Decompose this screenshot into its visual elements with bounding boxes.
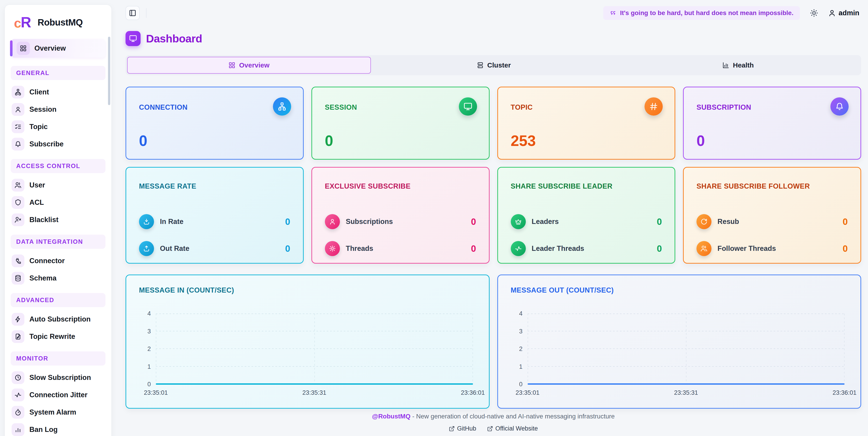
stat-cards-row: CONNECTION 0 SESSION 0 TOPIC 253 SUBSCRI… <box>126 87 861 159</box>
tab-cluster[interactable]: Cluster <box>372 57 615 74</box>
metric-row: Subscriptions 0 <box>325 214 476 229</box>
timer-icon <box>11 406 24 419</box>
network-icon <box>11 86 24 98</box>
metric-row: In Rate 0 <box>139 214 290 229</box>
x-tick: 23:35:01 <box>516 389 539 396</box>
users-icon <box>11 179 24 192</box>
layout-grid-icon <box>228 62 235 69</box>
file-pen-icon <box>11 330 24 343</box>
sidebar-item-auto-subscription[interactable]: Auto Subscription <box>11 313 105 326</box>
sidebar-item-system-alarm[interactable]: System Alarm <box>11 406 105 419</box>
metric-cards-row: MESSAGE RATE In Rate 0 Out Rate 0 EXCLUS… <box>126 167 861 264</box>
sidebar-item-label: Overview <box>34 44 66 53</box>
metric-row: Threads 0 <box>325 241 476 256</box>
chart-column-icon <box>722 62 729 69</box>
app-logo: c R RobustMQ <box>11 12 105 30</box>
series-line-message-out <box>528 383 845 385</box>
page-header: Dashboard <box>126 31 861 46</box>
sidebar-item-connector[interactable]: Connector <box>11 254 105 267</box>
layout-grid-icon <box>17 42 30 55</box>
stat-card-connection: CONNECTION 0 <box>126 87 304 159</box>
metric-card-share-subscribe-follower: SHARE SUBSCRIBE FOLLOWER Resub 0 Followe… <box>683 167 861 264</box>
stat-card-subscription: SUBSCRIPTION 0 <box>683 87 861 159</box>
sidebar-item-blacklist[interactable]: Blacklist <box>11 213 105 227</box>
stat-card-session: SESSION 0 <box>311 87 490 159</box>
panel-left-icon <box>129 9 136 17</box>
x-tick: 23:35:01 <box>144 389 168 396</box>
list-checks-icon <box>11 120 24 133</box>
sidebar-item-user[interactable]: User <box>11 179 105 192</box>
tab-overview[interactable]: Overview <box>127 57 371 74</box>
users-icon <box>696 241 712 256</box>
sidebar-scrollbar[interactable] <box>108 37 110 105</box>
sidebar-item-connection-jitter[interactable]: Connection Jitter <box>11 388 105 402</box>
sun-icon <box>810 9 818 17</box>
bell-icon <box>11 138 24 150</box>
upload-icon <box>139 241 154 256</box>
x-tick: 23:35:31 <box>302 389 326 396</box>
stat-value: 0 <box>325 132 333 149</box>
stat-value: 0 <box>139 132 147 149</box>
user-icon <box>325 214 340 229</box>
robustmq-logo-icon: c R <box>14 15 33 30</box>
external-link-icon <box>487 426 493 432</box>
y-tick: 4 <box>519 310 522 317</box>
metric-row: Leaders 0 <box>511 214 662 229</box>
topbar: It's going to be hard, but hard does not… <box>126 0 861 23</box>
y-tick: 0 <box>519 381 522 388</box>
github-link[interactable]: GitHub <box>449 425 476 432</box>
sidebar-item-slow-subscription[interactable]: Slow Subscription <box>11 371 105 384</box>
user-icon <box>11 103 24 116</box>
database-icon <box>11 272 24 285</box>
app-name: RobustMQ <box>38 17 83 28</box>
sidebar-toggle-button[interactable] <box>126 6 140 20</box>
stat-value: 253 <box>511 132 536 149</box>
crown-icon <box>511 214 526 229</box>
activity-icon <box>511 241 526 256</box>
username: admin <box>839 9 859 17</box>
metric-row: Follower Threads 0 <box>696 241 848 256</box>
quote-banner: It's going to be hard, but hard does not… <box>603 6 800 20</box>
footer-brand: @RobustMQ <box>372 413 410 420</box>
sidebar: c R RobustMQ Overview GENERAL Client Ses… <box>5 5 112 436</box>
metric-row: Leader Threads 0 <box>511 241 662 256</box>
quote-icon <box>610 9 617 17</box>
metric-card-message-rate: MESSAGE RATE In Rate 0 Out Rate 0 <box>126 167 304 264</box>
y-tick: 0 <box>147 381 151 388</box>
sidebar-nav: Overview GENERAL Client Session Topic S <box>11 39 105 436</box>
refresh-icon <box>696 214 712 229</box>
metric-row: Resub 0 <box>696 214 848 229</box>
x-tick: 23:36:01 <box>833 389 857 396</box>
sidebar-item-session[interactable]: Session <box>11 103 105 116</box>
y-tick: 3 <box>519 328 522 335</box>
hash-icon <box>645 97 663 116</box>
tab-health[interactable]: Health <box>617 57 860 74</box>
x-tick: 23:36:01 <box>461 389 485 396</box>
theme-toggle-button[interactable] <box>810 9 818 17</box>
sidebar-item-client[interactable]: Client <box>11 86 105 99</box>
user-menu[interactable]: admin <box>828 9 859 17</box>
external-link-icon <box>449 426 455 432</box>
active-indicator <box>10 40 12 56</box>
chart-message-out: MESSAGE OUT (COUNT/SEC) 4 3 2 1 0 23:35:… <box>497 274 861 409</box>
sidebar-item-topic-rewrite[interactable]: Topic Rewrite <box>11 330 105 343</box>
stat-value: 0 <box>696 132 705 149</box>
activity-icon <box>11 388 24 401</box>
sidebar-item-schema[interactable]: Schema <box>11 271 105 285</box>
section-header-monitor: MONITOR <box>11 351 105 366</box>
user-icon <box>828 9 836 17</box>
sidebar-item-topic[interactable]: Topic <box>11 120 105 134</box>
metric-card-share-subscribe-leader: SHARE SUBSCRIBE LEADER Leaders 0 Leader … <box>497 167 676 264</box>
sidebar-item-subscribe[interactable]: Subscribe <box>11 138 105 151</box>
section-header-advanced: ADVANCED <box>11 293 105 307</box>
plot-area-message-out: 4 3 2 1 0 23:35:01 23:35:31 23:36:01 <box>528 314 845 384</box>
metric-card-exclusive-subscribe: EXCLUSIVE SUBSCRIBE Subscriptions 0 Thre… <box>311 167 490 264</box>
footer: @RobustMQ - New generation of cloud-nati… <box>126 413 861 432</box>
official-website-link[interactable]: Official Website <box>487 425 538 432</box>
sidebar-item-acl[interactable]: ACL <box>11 196 105 209</box>
page-title: Dashboard <box>146 32 202 45</box>
y-tick: 1 <box>519 363 522 370</box>
series-line-message-in <box>156 383 473 385</box>
sidebar-item-overview[interactable]: Overview <box>11 39 105 58</box>
sidebar-item-ban-log[interactable]: Ban Log <box>11 423 105 436</box>
